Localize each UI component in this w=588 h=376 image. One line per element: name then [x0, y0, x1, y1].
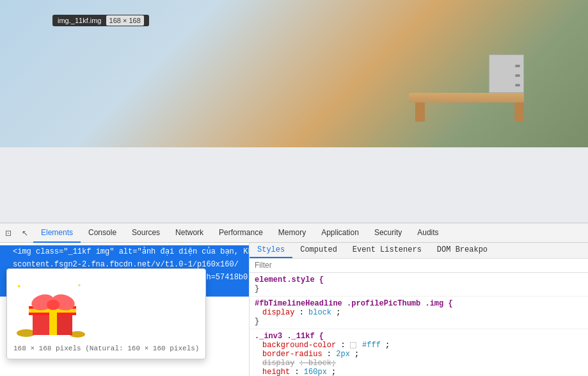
cover-decoration — [409, 38, 537, 122]
drawer-handle-2 — [515, 74, 520, 77]
tab-sources[interactable]: Sources — [124, 224, 168, 243]
css-selector-1: element.style { — [255, 275, 324, 284]
svg-text:✦: ✦ — [77, 282, 81, 289]
css-prop-display: display — [262, 308, 294, 317]
color-swatch-white[interactable] — [350, 342, 356, 348]
css-selector-2: #fbTimelineHeadline .profilePicThumb .im… — [255, 299, 453, 308]
css-rule-timeline: #fbTimelineHeadline .profilePicThumb .im… — [250, 297, 588, 329]
style-tab-styles[interactable]: Styles — [250, 243, 292, 258]
tab-elements[interactable]: Elements — [33, 224, 81, 243]
tab-memory[interactable]: Memory — [271, 224, 314, 243]
svg-text:✦: ✦ — [17, 282, 21, 291]
devtools-toggle-icon[interactable]: ⊡ — [0, 224, 17, 243]
image-preview-size: 168 × 168 pixels (Natural: 160 × 160 pix… — [13, 345, 199, 352]
html-line-selected[interactable]: <img class="_11kf img" alt="ảnh đại diện… — [0, 245, 249, 258]
css-prop-border-radius: border-radius — [262, 350, 322, 359]
image-preview-popup: ✦ ✦ 168 × 168 pixels (Natural: 160 × 160… — [6, 268, 206, 359]
drawer-handle — [515, 65, 520, 67]
styles-panel: Styles Computed Event Listeners DOM Brea… — [250, 243, 588, 376]
image-tooltip: img._11kf.img 168 × 168 — [52, 15, 149, 26]
desk-drawer — [489, 54, 524, 93]
tooltip-class: img._11kf.img — [58, 17, 101, 24]
devtools-cursor-icon[interactable]: ↖ — [17, 224, 33, 243]
style-tab-computed[interactable]: Computed — [292, 243, 345, 258]
drawer-handle-3 — [515, 84, 520, 86]
tab-security[interactable]: Security — [367, 224, 409, 243]
css-prop-bg: background-color — [262, 341, 336, 350]
devtools-body: <img class="_11kf img" alt="ảnh đại diện… — [0, 243, 588, 376]
devtools-tabs: ⊡ ↖ Elements Console Sources Network Per… — [0, 224, 588, 243]
facebook-page: img._11kf.img 168 × 168 ✦ ✦ ✦ ✦ — [0, 0, 588, 376]
tooltip-dimensions: 168 × 168 — [106, 15, 144, 26]
css-val-block: block — [308, 308, 331, 317]
svg-point-35 — [47, 300, 60, 310]
svg-rect-29 — [33, 313, 51, 335]
html-panel[interactable]: <img class="_11kf img" alt="ảnh đại diện… — [0, 243, 250, 376]
css-selector-3: ._inv3 ._11kf { — [255, 332, 324, 341]
tab-console[interactable]: Console — [81, 224, 124, 243]
style-tab-dom-breakpoints[interactable]: DOM Breakpo — [429, 243, 495, 258]
css-prop-height: height — [262, 368, 290, 376]
tab-performance[interactable]: Performance — [211, 224, 271, 243]
style-tab-event-listeners[interactable]: Event Listeners — [345, 243, 429, 258]
preview-gift-svg: ✦ ✦ — [13, 275, 90, 339]
css-prop-display-struck: display — [262, 359, 294, 368]
desk-surface — [409, 93, 524, 102]
desk-leg-left — [415, 102, 425, 122]
css-filter-input[interactable] — [255, 261, 583, 270]
css-val-radius: 2px — [336, 350, 350, 359]
styles-tabs: Styles Computed Event Listeners DOM Brea… — [250, 243, 588, 259]
devtools-panel: ⊡ ↖ Elements Console Sources Network Per… — [0, 222, 588, 376]
tab-network[interactable]: Network — [168, 224, 211, 243]
desk-leg-right — [514, 102, 524, 122]
css-val-bg: #fff — [362, 341, 381, 350]
css-val-height: 160px — [304, 368, 327, 376]
css-rule-inv3: ._inv3 ._11kf { background-color : #fff … — [250, 329, 588, 376]
css-rule-element-style: element.style { } — [250, 273, 588, 297]
tab-application[interactable]: Application — [314, 224, 367, 243]
tab-audits[interactable]: Audits — [409, 224, 446, 243]
filter-box — [250, 259, 588, 273]
